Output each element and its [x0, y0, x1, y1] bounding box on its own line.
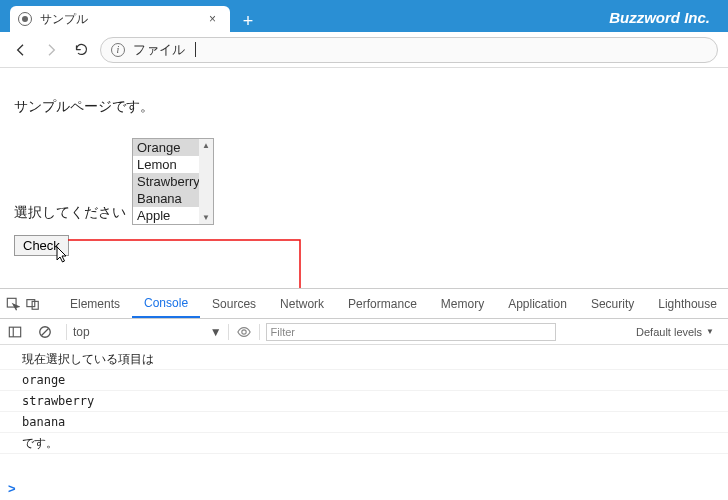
browser-toolbar: i ファイル: [0, 32, 728, 68]
devtools-tab-console[interactable]: Console: [132, 289, 200, 318]
chevron-down-icon[interactable]: ▼: [210, 325, 222, 339]
scroll-down-icon[interactable]: ▼: [202, 213, 210, 222]
devtools-panel: ElementsConsoleSourcesNetworkPerformance…: [0, 288, 728, 500]
inspect-icon[interactable]: [6, 295, 20, 313]
reload-button[interactable]: [70, 39, 92, 61]
browser-titlebar: サンプル × + Buzzword Inc.: [0, 0, 728, 32]
info-icon: i: [111, 43, 125, 57]
form-row: 選択してください ▲ ▼ OrangeLemonStrawberryBanana…: [14, 138, 714, 225]
text-caret: [195, 42, 196, 57]
console-line: 現在選択している項目は: [0, 349, 728, 370]
check-button[interactable]: Check: [14, 235, 69, 256]
tab-title: サンプル: [40, 11, 197, 28]
fruit-select[interactable]: ▲ ▼ OrangeLemonStrawberryBananaApple: [132, 138, 214, 225]
console-line: strawberry: [0, 391, 728, 412]
devtools-tab-performance[interactable]: Performance: [336, 289, 429, 318]
divider: [228, 324, 229, 340]
log-levels-selector[interactable]: Default levels ▼: [636, 326, 714, 338]
svg-rect-1: [27, 299, 35, 306]
console-line: banana: [0, 412, 728, 433]
console-line: です。: [0, 433, 728, 454]
console-filter-input[interactable]: Filter: [266, 323, 556, 341]
devtools-tab-application[interactable]: Application: [496, 289, 579, 318]
browser-tab[interactable]: サンプル ×: [10, 6, 230, 32]
scroll-up-icon[interactable]: ▲: [202, 141, 210, 150]
back-button[interactable]: [10, 39, 32, 61]
devtools-tab-elements[interactable]: Elements: [58, 289, 132, 318]
select-label: 選択してください: [14, 204, 126, 225]
scrollbar[interactable]: ▲ ▼: [199, 139, 213, 224]
divider: [259, 324, 260, 340]
live-expression-icon[interactable]: [235, 323, 253, 341]
console-toolbar: top ▼ Filter Default levels ▼: [0, 319, 728, 345]
clear-console-icon[interactable]: [36, 323, 54, 341]
devtools-tab-memory[interactable]: Memory: [429, 289, 496, 318]
new-tab-button[interactable]: +: [236, 10, 260, 32]
chevron-down-icon: ▼: [706, 327, 714, 336]
filter-placeholder: Filter: [271, 326, 295, 338]
globe-icon: [18, 12, 32, 26]
devtools-tab-security[interactable]: Security: [579, 289, 646, 318]
divider: [66, 324, 67, 340]
levels-label: Default levels: [636, 326, 702, 338]
devtools-tabs: ElementsConsoleSourcesNetworkPerformance…: [0, 289, 728, 319]
devtools-tab-network[interactable]: Network: [268, 289, 336, 318]
devtools-tab-lighthouse[interactable]: Lighthouse: [646, 289, 728, 318]
devtools-tab-sources[interactable]: Sources: [200, 289, 268, 318]
device-toggle-icon[interactable]: [26, 295, 40, 313]
tab-strip: サンプル × +: [0, 6, 260, 32]
context-label: top: [73, 325, 90, 339]
context-selector[interactable]: top: [73, 325, 94, 339]
console-sidebar-icon[interactable]: [6, 323, 24, 341]
page-heading: サンプルページです。: [14, 98, 714, 116]
brand-label: Buzzword Inc.: [609, 5, 728, 32]
console-prompt[interactable]: >: [0, 477, 728, 500]
svg-rect-3: [9, 327, 20, 337]
page-content: サンプルページです。 選択してください ▲ ▼ OrangeLemonStraw…: [0, 68, 728, 288]
forward-button[interactable]: [40, 39, 62, 61]
console-output: 現在選択している項目はorangestrawberrybananaです。: [0, 345, 728, 477]
svg-line-6: [42, 328, 49, 335]
address-bar[interactable]: i ファイル: [100, 37, 718, 63]
address-text: ファイル: [133, 41, 185, 59]
close-icon[interactable]: ×: [205, 12, 220, 26]
svg-point-7: [241, 329, 245, 333]
console-line: orange: [0, 370, 728, 391]
